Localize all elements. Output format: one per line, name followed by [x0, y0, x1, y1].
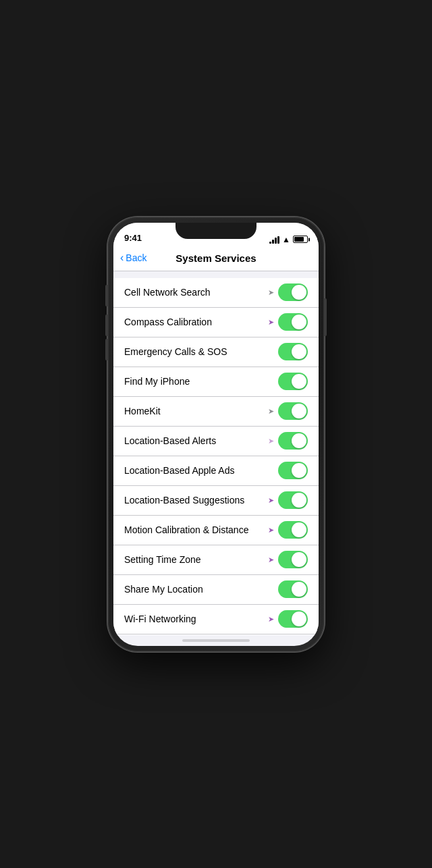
battery-icon — [293, 236, 308, 243]
chevron-left-icon: ‹ — [120, 252, 124, 264]
list-item[interactable]: Share My Location — [113, 575, 319, 605]
motion-calibration-label: Motion Calibration & Distance — [124, 524, 248, 535]
location-arrow-icon: ➤ — [268, 555, 274, 564]
content-area: Cell Network Search ➤ Compass Calibratio… — [113, 271, 319, 635]
location-based-alerts-toggle[interactable] — [278, 432, 308, 450]
compass-calibration-label: Compass Calibration — [124, 317, 212, 327]
emergency-calls-toggle[interactable] — [278, 343, 308, 360]
location-based-apple-ads-label: Location-Based Apple Ads — [124, 465, 234, 476]
location-based-apple-ads-toggle[interactable] — [278, 462, 308, 479]
wifi-icon: ▲ — [282, 235, 290, 244]
setting-time-zone-label: Setting Time Zone — [124, 554, 201, 565]
list-item[interactable]: Emergency Calls & SOS — [113, 337, 319, 367]
list-item[interactable]: Setting Time Zone ➤ — [113, 545, 319, 575]
list-item[interactable]: Wi-Fi Networking ➤ — [113, 605, 319, 634]
list-item[interactable]: HomeKit ➤ — [113, 397, 319, 427]
find-my-iphone-label: Find My iPhone — [124, 376, 190, 387]
phone-frame: 9:41 ▲ ‹ Back System Services — [108, 217, 324, 651]
list-item[interactable]: Location-Based Suggestions ➤ — [113, 486, 319, 516]
list-item[interactable]: Location-Based Alerts ➤ — [113, 427, 319, 456]
home-indicator — [182, 639, 250, 642]
list-item[interactable]: Motion Calibration & Distance ➤ — [113, 516, 319, 545]
location-arrow-icon: ➤ — [268, 496, 274, 505]
list-item[interactable]: Location-Based Apple Ads — [113, 456, 319, 486]
phone-screen: 9:41 ▲ ‹ Back System Services — [113, 223, 319, 646]
share-my-location-toggle[interactable] — [278, 580, 308, 598]
find-my-iphone-toggle[interactable] — [278, 373, 308, 390]
navigation-bar: ‹ Back System Services — [113, 247, 319, 271]
cell-network-search-label: Cell Network Search — [124, 287, 211, 298]
cell-network-search-toggle[interactable] — [278, 283, 308, 301]
list-item[interactable]: Compass Calibration ➤ — [113, 308, 319, 337]
location-based-suggestions-label: Location-Based Suggestions — [124, 495, 244, 506]
share-my-location-label: Share My Location — [124, 584, 203, 595]
emergency-calls-label: Emergency Calls & SOS — [124, 346, 227, 357]
notch — [176, 223, 256, 239]
compass-calibration-toggle[interactable] — [278, 313, 308, 331]
back-button[interactable]: ‹ Back — [120, 252, 146, 264]
location-based-suggestions-toggle[interactable] — [278, 491, 308, 509]
signal-icon — [269, 236, 279, 244]
location-arrow-icon: ➤ — [268, 318, 274, 327]
homekit-label: HomeKit — [124, 406, 161, 416]
top-spacer — [113, 271, 319, 278]
location-based-alerts-label: Location-Based Alerts — [124, 435, 216, 446]
location-arrow-icon: ➤ — [268, 526, 274, 535]
wifi-networking-label: Wi-Fi Networking — [124, 614, 196, 624]
location-arrow-icon: ➤ — [268, 288, 274, 297]
location-arrow-icon: ➤ — [268, 407, 274, 416]
location-arrow-icon: ➤ — [268, 615, 274, 624]
list-item[interactable]: Find My iPhone — [113, 367, 319, 397]
status-time: 9:41 — [124, 233, 142, 244]
status-icons: ▲ — [269, 235, 308, 244]
location-arrow-icon: ➤ — [268, 437, 274, 445]
page-title: System Services — [176, 252, 256, 264]
back-label: Back — [126, 252, 146, 263]
homekit-toggle[interactable] — [278, 402, 308, 420]
setting-time-zone-toggle[interactable] — [278, 551, 308, 568]
system-services-group: Cell Network Search ➤ Compass Calibratio… — [113, 278, 319, 635]
motion-calibration-toggle[interactable] — [278, 521, 308, 539]
list-item[interactable]: Cell Network Search ➤ — [113, 278, 319, 308]
wifi-networking-toggle[interactable] — [278, 610, 308, 628]
list-item[interactable]: Significant Locations ➤ On › — [113, 634, 319, 635]
